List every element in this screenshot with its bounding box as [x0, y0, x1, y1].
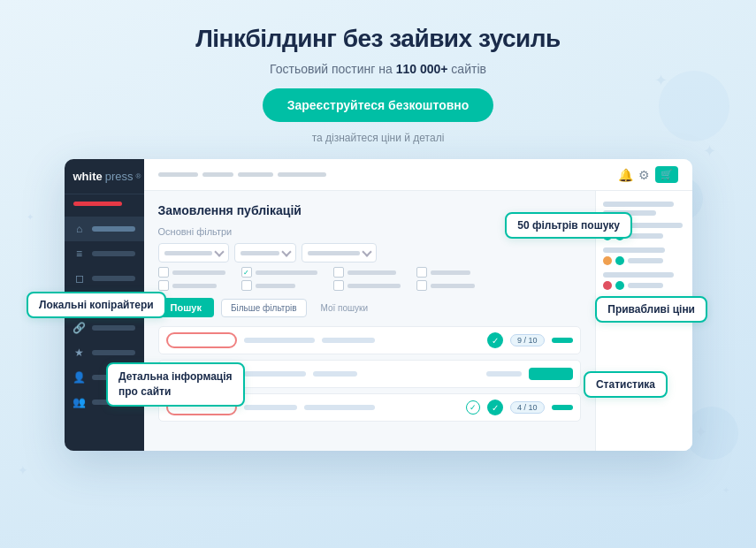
result-info-bar [244, 338, 315, 343]
result-info-bar [486, 371, 522, 377]
filter-checkbox-item[interactable] [416, 267, 475, 278]
bell-icon[interactable]: 🔔 [618, 168, 633, 182]
nav-item-bar [92, 226, 135, 232]
filter-checkbox-item[interactable] [241, 280, 317, 291]
check-outline-icon: ✓ [466, 400, 480, 415]
filter-select-bar [308, 251, 360, 255]
result-info-bar [313, 371, 357, 377]
cta-register-button[interactable]: Зареєструйтеся безкоштовно [263, 88, 494, 122]
nav-item-bar [92, 251, 135, 256]
topbar-bar [158, 172, 198, 177]
logo-registered: ® [136, 172, 141, 180]
hero-subtitle: Гостьовий постинг на 110 000+ сайтів [18, 62, 738, 76]
nav-item-home[interactable]: ⌂ [65, 217, 144, 241]
checkbox-label-bar [172, 270, 225, 275]
filter-select-bar [164, 251, 212, 255]
tooltip-statistics: Статистика [584, 371, 668, 398]
logo-white-text: white [73, 170, 103, 183]
result-row-1: ✓ 9 / 10 [158, 326, 581, 354]
filter-select-bar [241, 251, 279, 255]
chevron-down-icon [362, 247, 371, 256]
filter-checkbox-item[interactable]: ✓ [241, 267, 317, 278]
filter-select-1[interactable] [158, 243, 229, 263]
sidebar-nav: ⌂ ≡ ◻ ⚲ 🔗 [65, 213, 144, 451]
checkbox[interactable]: ✓ [241, 267, 252, 278]
filter-checkbox-item[interactable] [158, 280, 225, 291]
nav-item-bar [92, 325, 135, 331]
nav-item-bar [92, 350, 135, 355]
nav-item-favorites[interactable]: ★ [65, 340, 144, 365]
tooltip-attractive-prices: Привабливі ціни [595, 296, 707, 323]
list-icon: ≡ [73, 247, 86, 260]
deco-star: ✦ [18, 463, 28, 477]
filter-cb-group-1 [158, 267, 225, 291]
user-icon: 👤 [73, 371, 86, 384]
result-info-bar [322, 338, 375, 343]
result-info-bar [244, 405, 297, 410]
tooltip-search-filters: 50 фільтрів пошуку [505, 212, 632, 239]
home-icon: ⌂ [73, 223, 86, 235]
filter-cb-group-3 [333, 267, 401, 291]
checkbox-label-bar [256, 270, 317, 275]
topbar-nav-bars [158, 172, 326, 177]
filter-checkbox-item[interactable] [158, 267, 225, 278]
tooltip-local-copywriters: Локальні копірайтери [27, 292, 166, 318]
filter-selects-row [158, 243, 581, 263]
result-badge-2: 4 / 10 [510, 401, 545, 414]
chevron-down-icon [214, 247, 224, 256]
checkbox[interactable] [158, 267, 169, 278]
rp-group-4 [603, 272, 685, 290]
checkbox[interactable] [416, 267, 427, 278]
checkbox-label-bar [256, 284, 295, 288]
checkbox-label-bar [347, 284, 401, 288]
search-button[interactable]: Пошук [158, 298, 214, 317]
topbar: 🔔 ⚙ 🛒 [144, 159, 692, 191]
mockup-wrapper: Локальні копірайтери 50 фільтрів пошуку … [0, 159, 756, 451]
users-icon: 👥 [73, 396, 86, 408]
filter-checkbox-item[interactable] [333, 280, 401, 291]
gear-icon[interactable]: ⚙ [638, 168, 650, 182]
checkbox[interactable] [333, 280, 344, 291]
nav-item-docs[interactable]: ◻ [65, 266, 144, 291]
filter-checkbox-item[interactable] [333, 267, 401, 278]
add-to-cart-button[interactable] [552, 405, 573, 410]
deco-star: ✦ [703, 141, 716, 161]
dot-red [603, 281, 612, 290]
my-searches-button[interactable]: Мої пошуки [314, 300, 376, 316]
link-icon: 🔗 [73, 322, 86, 334]
cart-icon[interactable]: 🛒 [655, 166, 678, 183]
filter-select-3[interactable] [302, 243, 377, 263]
result-info-bar [304, 405, 375, 410]
filter-checkbox-item[interactable] [416, 280, 475, 291]
nav-item-list[interactable]: ≡ [65, 241, 144, 266]
filter-checkbox-row-1: ✓ [158, 267, 581, 291]
rp-group-3 [603, 247, 685, 265]
rp-bar [603, 247, 665, 253]
checkbox[interactable] [416, 280, 427, 291]
add-to-cart-button[interactable] [529, 368, 573, 380]
rp-bar [628, 233, 663, 239]
checkbox[interactable] [333, 267, 344, 278]
nav-item-links[interactable]: 🔗 [65, 316, 144, 340]
rp-bar [628, 283, 663, 288]
rp-bar [603, 202, 674, 207]
dot-teal [615, 256, 624, 265]
topbar-bar [202, 172, 233, 177]
checkbox-label-bar [431, 284, 475, 288]
nav-item-bar [92, 276, 135, 281]
more-filters-button[interactable]: Більше фільтрів [221, 299, 307, 317]
page-title: Лінкбілдинг без зайвих зусиль [18, 25, 738, 53]
rp-bar [628, 258, 663, 263]
docs-icon: ◻ [73, 272, 86, 285]
tooltip-detailed-info: Детальна інформація про сайти [106, 362, 245, 407]
filter-select-2[interactable] [234, 243, 296, 263]
check-icon: ✓ [487, 332, 503, 348]
topbar-icons: 🔔 ⚙ 🛒 [618, 166, 678, 183]
check-icon: ✓ [487, 400, 503, 415]
checkbox[interactable] [158, 280, 169, 291]
checkbox-label-bar [347, 270, 396, 275]
topbar-bar [238, 172, 273, 177]
checkbox[interactable] [241, 280, 252, 291]
add-to-cart-button[interactable] [552, 338, 573, 343]
result-info-bar [244, 371, 306, 377]
